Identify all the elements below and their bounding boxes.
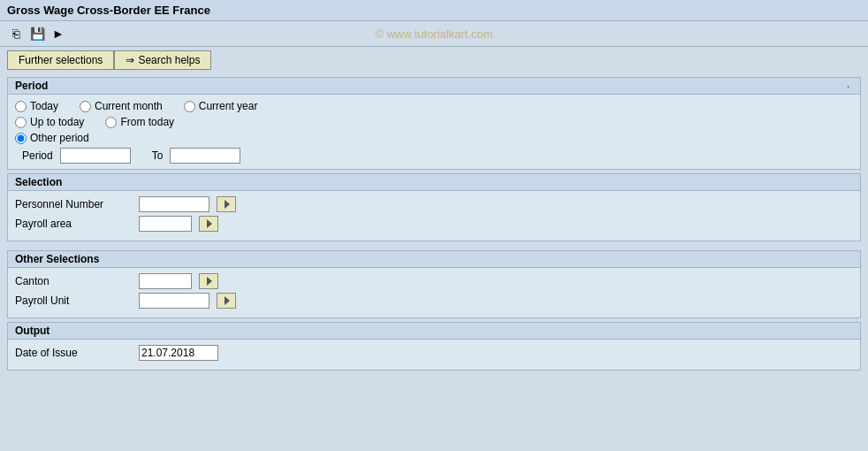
payroll-unit-row: Payroll Unit <box>15 293 853 309</box>
arrow-right-icon-2 <box>207 219 212 228</box>
date-of-issue-input[interactable] <box>139 345 218 361</box>
tab-row: Further selections ⇒ Search helps <box>0 47 868 73</box>
further-selections-label: Further selections <box>19 54 103 66</box>
tab-further-selections[interactable]: Further selections <box>7 50 114 70</box>
payroll-unit-arrow-btn[interactable] <box>217 293 236 309</box>
arrow-right-icon-3 <box>207 277 212 286</box>
find-icon[interactable]: ► <box>49 25 67 42</box>
period-to-input[interactable] <box>170 148 240 164</box>
watermark: © www.tutorialkart.com <box>375 27 492 41</box>
canton-arrow-btn[interactable] <box>199 273 218 289</box>
output-header: Output <box>8 323 860 340</box>
date-of-issue-label: Date of Issue <box>15 347 139 359</box>
radio-today-input[interactable] <box>15 101 27 112</box>
radio-up-to-today-input[interactable] <box>15 117 27 128</box>
canton-label: Canton <box>15 275 139 287</box>
payroll-area-input[interactable] <box>139 216 192 232</box>
payroll-unit-label: Payroll Unit <box>15 294 139 307</box>
personnel-number-arrow-btn[interactable] <box>217 196 236 212</box>
personnel-number-row: Personnel Number <box>15 196 853 212</box>
radio-current-month[interactable]: Current month <box>80 100 163 112</box>
selection-header: Selection <box>8 174 860 191</box>
output-body: Date of Issue <box>8 340 860 370</box>
clock-back-icon[interactable]: ⎗ <box>7 25 25 42</box>
canton-input[interactable] <box>139 273 192 289</box>
radio-from-today[interactable]: From today <box>105 116 174 128</box>
arrow-right-icon <box>225 200 230 209</box>
period-from-input[interactable] <box>60 148 131 164</box>
personnel-number-label: Personnel Number <box>15 198 139 210</box>
radio-current-year-input[interactable] <box>184 101 195 112</box>
arrow-icon: ⇒ <box>126 54 134 66</box>
payroll-area-label: Payroll area <box>15 218 139 230</box>
radio-other-period-input[interactable] <box>15 133 27 144</box>
radio-current-month-input[interactable] <box>80 101 91 112</box>
radio-current-year[interactable]: Current year <box>184 100 258 112</box>
other-selections-body: Canton Payroll Unit <box>8 268 860 317</box>
canton-row: Canton <box>15 273 853 289</box>
radio-from-today-input[interactable] <box>105 117 117 128</box>
selection-section: Selection Personnel Number Payroll area <box>7 173 861 241</box>
toolbar: ⎗ 💾 ► © www.tutorialkart.com <box>0 21 868 47</box>
other-selections-header: Other Selections <box>8 251 860 268</box>
period-body: Today Current month Current year Up to t… <box>8 95 860 169</box>
page-title: Gross Wage Cross-Border EE France <box>7 4 210 17</box>
period-row-2: Up to today From today <box>15 116 853 128</box>
payroll-area-arrow-btn[interactable] <box>199 216 218 232</box>
radio-up-to-today[interactable]: Up to today <box>15 116 84 128</box>
date-of-issue-row: Date of Issue <box>15 345 853 361</box>
tab-search-helps[interactable]: ⇒ Search helps <box>114 50 211 70</box>
period-section: Period . Today Current month Current yea… <box>7 77 861 170</box>
period-to-label: To <box>152 149 164 162</box>
period-fields: Period To <box>15 148 853 164</box>
dot-indicator: . <box>847 80 849 89</box>
output-section: Output Date of Issue <box>7 322 861 371</box>
search-helps-label: Search helps <box>138 54 200 66</box>
period-label: Period <box>22 149 53 162</box>
other-selections-section: Other Selections Canton Payroll Unit <box>7 250 861 318</box>
main-content: Period . Today Current month Current yea… <box>0 73 868 378</box>
radio-today[interactable]: Today <box>15 100 58 112</box>
period-row-3: Other period <box>15 132 853 144</box>
radio-other-period[interactable]: Other period <box>15 132 89 144</box>
selection-body: Personnel Number Payroll area <box>8 191 860 241</box>
payroll-unit-input[interactable] <box>139 293 209 309</box>
period-header: Period . <box>8 78 860 95</box>
save-icon[interactable]: 💾 <box>28 25 46 42</box>
personnel-number-input[interactable] <box>139 196 209 212</box>
period-row-1: Today Current month Current year <box>15 100 853 112</box>
payroll-area-row: Payroll area <box>15 216 853 232</box>
title-bar: Gross Wage Cross-Border EE France <box>0 0 868 21</box>
arrow-right-icon-4 <box>225 296 230 305</box>
